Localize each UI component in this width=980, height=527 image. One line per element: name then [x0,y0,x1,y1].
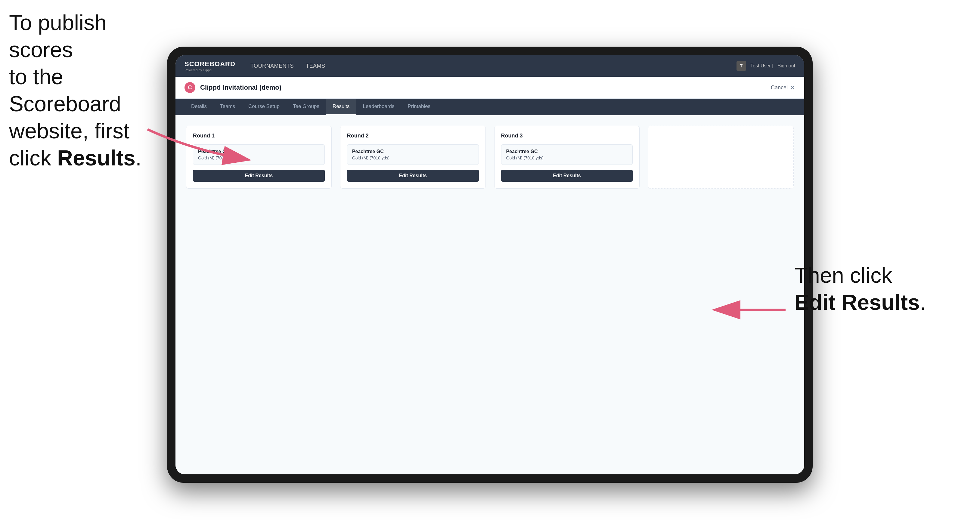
round-3-course-detail: Gold (M) (7010 yds) [506,156,628,160]
round-1-edit-results-button[interactable]: Edit Results [193,170,325,182]
sub-nav: Details Teams Course Setup Tee Groups Re… [175,98,804,115]
tab-course-setup[interactable]: Course Setup [242,98,286,115]
round-1-card: Round 1 Peachtree GC Gold (M) (7010 yds)… [186,126,332,189]
tab-teams[interactable]: Teams [213,98,242,115]
round-3-course-card: Peachtree GC Gold (M) (7010 yds) [501,144,633,165]
round-2-edit-results-button[interactable]: Edit Results [347,170,479,182]
nav-teams[interactable]: TEAMS [306,61,325,71]
tournament-name: Clippd Invitational (demo) [200,84,282,91]
sign-out-link[interactable]: Sign out [778,63,795,68]
nav-tournaments[interactable]: TOURNAMENTS [250,61,294,71]
tab-results[interactable]: Results [326,98,356,115]
round-2-card: Round 2 Peachtree GC Gold (M) (7010 yds)… [340,126,486,189]
round-2-course-card: Peachtree GC Gold (M) (7010 yds) [347,144,479,165]
cancel-x-icon: ✕ [790,84,795,91]
tab-leaderboards[interactable]: Leaderboards [356,98,401,115]
round-1-course-name: Peachtree GC [198,149,320,154]
round-1-course-detail: Gold (M) (7010 yds) [198,156,320,160]
round-1-course-card: Peachtree GC Gold (M) (7010 yds) [193,144,325,165]
nav-right: T Test User | Sign out [737,61,795,71]
user-info: Test User | [750,63,773,68]
round-1-title: Round 1 [193,133,325,139]
round-3-card: Round 3 Peachtree GC Gold (M) (7010 yds)… [494,126,640,189]
main-content: Round 1 Peachtree GC Gold (M) (7010 yds)… [175,115,804,475]
tab-tee-groups[interactable]: Tee Groups [286,98,326,115]
cancel-button[interactable]: Cancel ✕ [771,84,795,91]
nav-items: TOURNAMENTS TEAMS [250,61,737,71]
tablet-screen: SCOREBOARD Powered by clippd TOURNAMENTS… [175,55,804,475]
top-nav: SCOREBOARD Powered by clippd TOURNAMENTS… [175,55,804,77]
round-2-course-name: Peachtree GC [352,149,474,154]
logo-powered: Powered by clippd [185,68,235,72]
tablet-device: SCOREBOARD Powered by clippd TOURNAMENTS… [167,47,813,483]
round-2-title: Round 2 [347,133,479,139]
tournament-header: C Clippd Invitational (demo) Cancel ✕ [175,77,804,98]
round-3-edit-results-button[interactable]: Edit Results [501,170,633,182]
logo-scoreboard: SCOREBOARD [185,60,235,68]
tab-printables[interactable]: Printables [401,98,438,115]
instruction-right: Then click Edit Results. [795,262,926,316]
round-4-empty [648,126,794,189]
round-2-course-detail: Gold (M) (7010 yds) [352,156,474,160]
logo-area: SCOREBOARD Powered by clippd [185,60,235,72]
round-3-title: Round 3 [501,133,633,139]
rounds-grid: Round 1 Peachtree GC Gold (M) (7010 yds)… [186,126,794,189]
user-avatar: T [737,61,746,71]
tournament-icon: C [185,82,195,93]
round-3-course-name: Peachtree GC [506,149,628,154]
tournament-title-row: C Clippd Invitational (demo) [185,82,282,93]
tab-details[interactable]: Details [185,98,213,115]
instruction-left: To publish scores to the Scoreboard webs… [9,9,175,171]
